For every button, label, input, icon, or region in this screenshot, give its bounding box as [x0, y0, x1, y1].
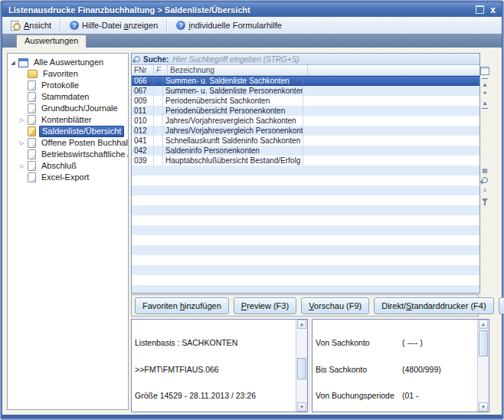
tree-item-favoriten[interactable]: Favoriten [8, 68, 128, 80]
tree-item-protokolle[interactable]: Protokolle [8, 80, 128, 91]
list-side-toolbar: ▲ ✦ ▲ ▦ ≡ [479, 54, 490, 292]
search-label: Suche: [143, 55, 169, 64]
scrollbar[interactable]: ▲ ▼ [477, 320, 489, 412]
table-row[interactable]: 010Jahres/Vorjahresvergleich Sachkonten [132, 116, 479, 126]
tree-item-saldenliste-uebersicht[interactable]: Saldenliste/Übersicht [8, 126, 128, 137]
tree-item-stammdaten[interactable]: Stammdaten [8, 91, 128, 103]
tree-item-kontenblaetter[interactable]: ▷ Kontenblätter [8, 114, 128, 126]
tab-auswertungen[interactable]: Auswertungen [16, 34, 87, 48]
table-header: FNr F Bezeichnung [132, 65, 479, 76]
tree-collapsed-icon[interactable]: ▷ [17, 140, 28, 146]
row-f [154, 126, 163, 136]
ansicht-button[interactable]: Ansicht [5, 18, 57, 33]
row-f [154, 96, 163, 106]
row-bezeichnung: Periodenübersicht Sachkonten [163, 96, 303, 106]
window-title: Listenausdrucke Finanzbuchhaltung > Sald… [8, 5, 476, 15]
sort-icon[interactable]: ≡ [479, 185, 490, 195]
column-header-rest [308, 65, 479, 75]
tree-item-betriebswirtschaftliche[interactable]: Betriebswirtschaftliche Auswertungen [8, 149, 128, 160]
column-header-bezeichnung[interactable]: Bezeichnung [168, 65, 308, 75]
app-window: Listenausdrucke Finanzbuchhaltung > Sald… [0, 0, 504, 420]
column-header-f[interactable]: F [154, 65, 168, 75]
search-input[interactable]: Hier Suchbegriff eingeben (STRG+S) [172, 55, 299, 64]
table-row[interactable]: 039Hauptabschlußübersicht Bestand/Erfolg [132, 156, 479, 166]
tree-collapsed-icon[interactable]: ▷ [17, 163, 28, 169]
document-active-icon [28, 126, 36, 136]
help-icon: ? [70, 21, 79, 30]
tree-expanded-icon[interactable]: ◢ [8, 60, 18, 66]
row-bezeichnung: Jahres/Vorjahresvergleich Sachkonten [163, 116, 303, 126]
search-list-icon[interactable] [479, 176, 490, 185]
scroll-up-arrow-icon[interactable]: ▲ [479, 320, 488, 329]
scroll-to-top-icon[interactable]: ▲ [482, 78, 488, 89]
direkt-standarddrucker-f4-button[interactable]: Direkt/Standarddrucker (F4) [374, 297, 493, 314]
row-fnr: 011 [132, 106, 154, 116]
table-row[interactable]: 011Periodenübersicht Personenkonten [132, 106, 479, 116]
scroll-down-arrow-icon[interactable]: ▼ [479, 402, 488, 412]
table-row[interactable]: 012Jahres/Vorjahresvergleich Personenkon… [132, 126, 479, 136]
row-f [154, 86, 163, 96]
vorschau-f9-button[interactable]: Vorschau (F9) [301, 297, 369, 314]
restore-icon[interactable] [476, 5, 484, 14]
preview-f3-button[interactable]: Preview (F3) [234, 297, 296, 314]
tree-item-grundbuch-journale[interactable]: Grundbuch/Journale [8, 103, 128, 114]
search-bar[interactable]: Suche: Hier Suchbegriff eingeben (STRG+S… [132, 54, 479, 65]
row-fnr: 039 [132, 156, 154, 166]
tree-item-alle-auswertungen[interactable]: ◢ Alle Auswertungen [8, 57, 128, 68]
row-bezeichnung: Hauptabschlußübersicht Bestand/Erfolg [163, 156, 303, 166]
scroll-down-arrow-icon[interactable]: ▼ [297, 402, 306, 412]
empty-rows-area [132, 166, 479, 293]
row-fnr: 041 [132, 136, 154, 146]
formularhilfe-label: individuelle Formularhilfe [188, 21, 282, 30]
tree-item-offene-posten[interactable]: ▷ Offene Posten Buchhaltung [8, 137, 128, 149]
document-icon [28, 138, 36, 148]
row-bezeichnung: Saldeninfo Personenkonten [163, 146, 303, 156]
hilfe-datei-label: Hilfe-Datei anzeigen [82, 21, 158, 30]
tab-strip: Auswertungen [2, 34, 502, 48]
row-fnr: 012 [132, 126, 154, 136]
scrollbar-thumb[interactable] [479, 330, 488, 356]
column-header-fnr[interactable]: FNr [132, 65, 154, 75]
toolbar: Ansicht ? Hilfe-Datei anzeigen ? individ… [2, 17, 502, 34]
formularhilfe-button[interactable]: ? individuelle Formularhilfe [171, 18, 287, 32]
scroll-up-arrow-icon[interactable]: ▲ [297, 320, 306, 329]
toolbar-separator [60, 19, 61, 31]
auswertungen-tree: ◢ Alle Auswertungen Favoriten Protokolle… [7, 53, 129, 410]
table-row[interactable]: 009Periodenübersicht Sachkonten [132, 96, 479, 106]
document-icon [28, 92, 36, 102]
tree-collapsed-icon[interactable]: ▷ [17, 117, 28, 123]
row-f [154, 106, 163, 116]
column-options-icon[interactable] [479, 66, 490, 75]
scrollbar[interactable]: ▲ ▼ [296, 320, 307, 412]
row-bezeichnung: Periodenübersicht Personenkonten [163, 106, 303, 116]
tree-item-excel-export[interactable]: Excel-Export [8, 172, 128, 183]
move-up-icon[interactable]: ✦ [482, 88, 488, 97]
favorites-folder-icon [28, 70, 38, 78]
row-f [154, 146, 163, 156]
document-icon [28, 149, 36, 159]
auswertung-drucken-button[interactable]: Auswertung drucken [499, 297, 504, 314]
help-icon: ? [176, 21, 185, 30]
scrollbar-thumb[interactable] [297, 358, 306, 379]
table-row[interactable]: 042Saldeninfo Personenkonten [132, 146, 479, 156]
table-row[interactable]: 067Summen- u. Saldenliste Personenkonten [132, 86, 479, 96]
favoriten-hinzufuegen-button[interactable]: Favoriten hinzufügen [135, 297, 229, 314]
row-f [154, 116, 163, 126]
tree-item-abschluss[interactable]: ▷ Abschluß [8, 160, 128, 172]
table-row-selected[interactable]: 066Summen- u. Saldenliste Sachkonten [132, 76, 479, 86]
form-info-panel: Listenbasis : SACHKONTEN >>FMT\FMTFIAUS.… [131, 319, 308, 412]
form-info-text: Listenbasis : SACHKONTEN >>FMT\FMTFIAUS.… [132, 320, 296, 412]
selection-info-text: Von Sachkonto( ---- ) Bis Sachkonto(4800… [313, 320, 478, 412]
row-fnr: 042 [132, 146, 154, 156]
document-icon [28, 103, 36, 113]
row-bezeichnung: Summen- u. Saldenliste Personenkonten [163, 86, 303, 96]
selection-info-panel: Von Sachkonto( ---- ) Bis Sachkonto(4800… [312, 319, 489, 412]
grid-view-icon[interactable]: ▦ [479, 166, 490, 175]
table-row[interactable]: 041Schnellauskunft Saldeninfo Sachkonten [132, 136, 479, 146]
title-bar[interactable]: Listenausdrucke Finanzbuchhaltung > Sald… [2, 2, 502, 17]
hilfe-datei-button[interactable]: ? Hilfe-Datei anzeigen [64, 18, 163, 32]
filter-icon[interactable] [479, 195, 490, 205]
close-icon[interactable]: x [490, 6, 496, 14]
scroll-up-icon[interactable]: ▲ [482, 98, 488, 109]
row-f [154, 136, 163, 146]
